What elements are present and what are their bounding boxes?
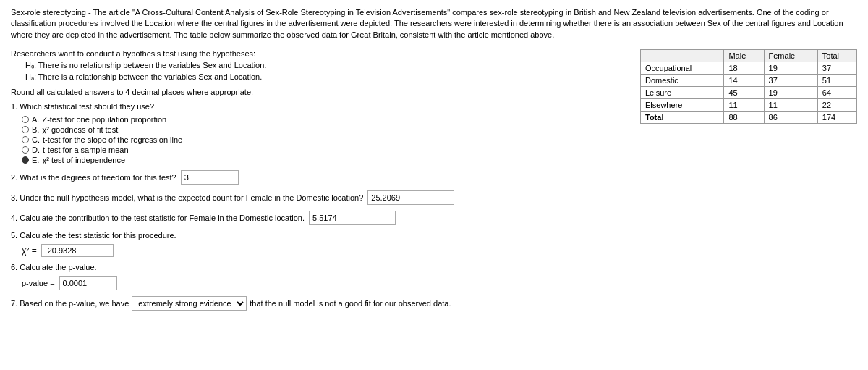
q7-row: 7. Based on the p-value, we have extreme… <box>11 296 626 311</box>
row-male: 45 <box>724 87 764 99</box>
radio-c[interactable] <box>22 136 29 143</box>
q2-text: 2. What is the degrees of freedom for th… <box>11 173 176 182</box>
ha-text: Hₐ: There is a relationship between the … <box>25 72 626 82</box>
col-header-total: Total <box>817 50 856 62</box>
row-label: Domestic <box>641 75 724 87</box>
row-label: Occupational <box>641 62 724 75</box>
q5-formula-label: χ² = <box>22 245 37 256</box>
table-row: Occupational181937 <box>641 62 857 75</box>
row-female: 86 <box>764 112 817 124</box>
q1-option-e[interactable]: E. χ² test of independence <box>22 156 626 164</box>
table-row: Leisure451964 <box>641 87 857 99</box>
row-female: 19 <box>764 62 817 75</box>
intro-paragraph: Sex-role stereotyping - The article "A C… <box>11 7 857 41</box>
table-row: Elsewhere111122 <box>641 99 857 112</box>
row-total: 22 <box>817 99 856 112</box>
row-male: 11 <box>724 99 764 112</box>
row-male: 88 <box>724 112 764 124</box>
q3-input[interactable] <box>367 190 454 205</box>
q1-option-d[interactable]: D. t-test for a sample mean <box>22 146 626 154</box>
data-table: Male Female Total Occupational181937Dome… <box>640 49 857 124</box>
col-header-empty <box>641 50 724 62</box>
row-male: 14 <box>724 75 764 87</box>
q3-text: 3. Under the null hypothesis model, what… <box>11 193 363 202</box>
row-total: 51 <box>817 75 856 87</box>
table-row: Total8886174 <box>641 112 857 124</box>
q7-dropdown[interactable]: extremely strong evidence very strong ev… <box>132 296 247 311</box>
q4-input[interactable] <box>309 211 396 225</box>
q1-option-c[interactable]: C. t-test for the slope of the regressio… <box>22 135 626 144</box>
q2-input[interactable] <box>181 170 239 185</box>
q6-text: 6. Calculate the p-value. <box>11 263 626 272</box>
q7-text-prefix: 7. Based on the p-value, we have <box>11 299 129 308</box>
radio-d[interactable] <box>22 146 29 154</box>
row-female: 37 <box>764 75 817 87</box>
q6-label: p-value = <box>22 279 55 287</box>
q1-option-a[interactable]: A. Z-test for one population proportion <box>22 115 626 124</box>
row-total: 174 <box>817 112 856 124</box>
q1-option-b[interactable]: B. χ² goodness of fit test <box>22 125 626 134</box>
row-female: 19 <box>764 87 817 99</box>
q1-text: 1. Which statistical test should they us… <box>11 102 626 111</box>
radio-b[interactable] <box>22 126 29 133</box>
row-label: Leisure <box>641 87 724 99</box>
radio-e[interactable] <box>22 156 29 164</box>
row-total: 37 <box>817 62 856 75</box>
round-note: Round all calculated answers to 4 decima… <box>11 88 626 96</box>
q4-text: 4. Calculate the contribution to the tes… <box>11 214 305 222</box>
radio-a[interactable] <box>22 116 29 123</box>
q7-text-suffix: that the null model is not a good fit fo… <box>250 299 451 308</box>
row-label: Elsewhere <box>641 99 724 112</box>
q1-options: A. Z-test for one population proportion … <box>22 115 626 164</box>
row-male: 18 <box>724 62 764 75</box>
col-header-male: Male <box>724 50 764 62</box>
q6-input[interactable] <box>59 276 117 290</box>
row-female: 11 <box>764 99 817 112</box>
row-total: 64 <box>817 87 856 99</box>
row-label: Total <box>641 112 724 124</box>
col-header-female: Female <box>764 50 817 62</box>
q5-input[interactable] <box>41 244 114 257</box>
h0-text: H₀: There is no relationship between the… <box>25 61 626 70</box>
q5-text: 5. Calculate the test statistic for this… <box>11 231 626 240</box>
hypothesis-intro: Researchers want to conduct a hypothesis… <box>11 49 626 58</box>
table-row: Domestic143751 <box>641 75 857 87</box>
